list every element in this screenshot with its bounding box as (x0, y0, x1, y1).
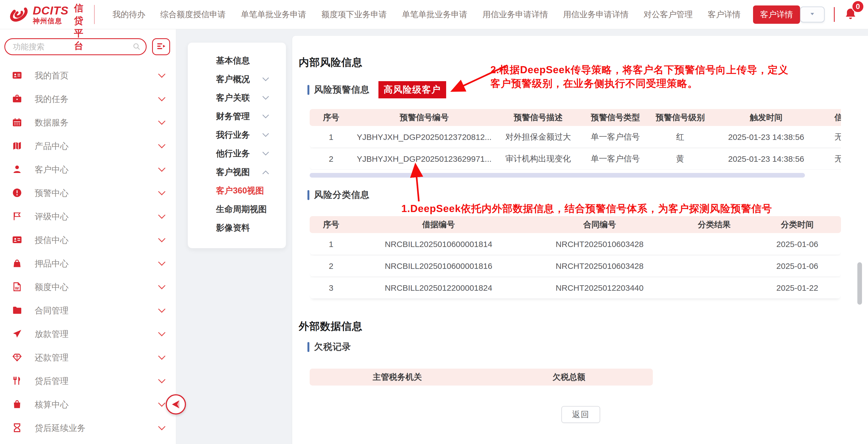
sidebar-item-my-home[interactable]: 我的首页 (0, 64, 176, 87)
sidebar-item-credit-center[interactable]: 授信中心 (0, 229, 176, 252)
horizontal-scrollbar[interactable] (310, 173, 805, 178)
chevron-down-icon (158, 332, 165, 336)
submenu-item-customer-360-view[interactable]: 客户360视图 (188, 181, 286, 200)
back-button[interactable]: 返回 (561, 406, 600, 423)
chevron-down-icon (158, 168, 165, 172)
flag-icon (12, 211, 22, 223)
product-title: 综合信贷平台 (74, 0, 84, 52)
submenu-item-lifecycle-view[interactable]: 生命周期视图 (188, 200, 286, 218)
briefcase-icon (12, 94, 22, 105)
sidebar-item-accounting-center[interactable]: 核算中心 (0, 393, 176, 416)
bag-icon (12, 258, 22, 269)
svg-text:W: W (15, 286, 19, 290)
submenu-item-image-files[interactable]: 影像资料 (188, 218, 286, 237)
chevron-down-icon (158, 144, 165, 149)
nav-tab-customer-detail[interactable]: 客户详情 (708, 9, 741, 20)
table-row[interactable]: 2 NRCBILL2025010600001816 NRCHT202501060… (310, 256, 841, 277)
nav-tab-single-batch-1[interactable]: 单笔单批业务申请 (241, 9, 306, 20)
idcard-icon (12, 235, 22, 246)
sidebar-item-loan-disbursement[interactable]: 放款管理 (0, 322, 176, 346)
internal-risk-title: 内部风险信息 (299, 56, 363, 69)
nav-tab-single-batch-2[interactable]: 单笔单批业务申请 (402, 9, 467, 20)
search-icon (132, 42, 141, 52)
user-icon[interactable] (866, 8, 868, 21)
sidebar-item-contract-mgmt[interactable]: 合同管理 (0, 299, 176, 322)
chevron-down-icon (158, 403, 165, 407)
sidebar-item-post-loan-mgmt[interactable]: 贷后管理 (0, 369, 176, 393)
chevron-down-icon (158, 238, 165, 243)
chevron-down-icon (158, 379, 165, 384)
top-navbar: DCITS 神州信息 综合信贷平台 我的待办 综合额度授信申请 单笔单批业务申请… (0, 0, 868, 29)
customer-360-risk-panel: 内部风险信息 风险预警信息 高风险级客户 2.根据DeepSeek传导策略，将客… (292, 35, 868, 444)
risk-class-section-label: 风险分类信息 (314, 189, 370, 201)
submenu-item-customer-relation[interactable]: 客户关联 (188, 89, 286, 107)
arrow-left-icon (170, 398, 182, 411)
chevron-up-icon (262, 170, 269, 174)
bell-icon (844, 17, 857, 21)
risk-class-table: 序号 借据编号 合同编号 分类结果 分类时间 1 NRCBILL20250106… (310, 216, 841, 299)
high-risk-customer-badge: 高风险级客户 (378, 81, 446, 98)
nav-tab-my-todo[interactable]: 我的待办 (113, 9, 145, 20)
diamond-icon (12, 352, 22, 363)
sidebar-item-product-center[interactable]: 产品中心 (0, 135, 176, 158)
table-row[interactable]: 1 YJBHYJXH_DGP20250123720812... 对外担保金额过大… (310, 126, 841, 148)
nav-tab-corp-customer-mgmt[interactable]: 对公客户管理 (644, 9, 693, 20)
submenu-item-basic-info[interactable]: 基本信息 (188, 51, 286, 70)
folder-icon (12, 305, 22, 317)
chevron-down-icon (262, 96, 269, 100)
submenu-item-customer-view[interactable]: 客户视图 (188, 163, 286, 181)
table-header-row: 序号 借据编号 合同编号 分类结果 分类时间 (310, 216, 841, 233)
sidebar-item-limit-center[interactable]: W 额度中心 (0, 275, 176, 299)
nav-dropdown-button[interactable] (800, 6, 825, 22)
annotation-note-2: 2.根据DeepSeek传导策略，将客户名下预警信号向上传导，定义 客户预警级别… (490, 63, 788, 90)
chevron-down-icon (262, 115, 269, 119)
notifications-button[interactable]: 0 (844, 7, 857, 22)
submenu-item-other-bank-biz[interactable]: 他行业务 (188, 144, 286, 163)
nav-tab-credit-apply[interactable]: 综合额度授信申请 (160, 9, 226, 20)
section-bar (307, 85, 309, 95)
plane-icon (12, 329, 22, 340)
menu-collapse-toggle-button[interactable] (152, 38, 170, 55)
brand-logo: DCITS 神州信息 综合信贷平台 (7, 0, 94, 52)
risk-warning-table: 序号 预警信号编号 预警信号描述 预警信号类型 预警信号级别 触发时间 信 1 … (310, 109, 841, 170)
nav-red-divider (834, 7, 835, 22)
chevron-down-icon (158, 97, 165, 101)
sidebar-item-post-loan-continuation[interactable]: 贷后延续业务 (0, 416, 176, 440)
hourglass-icon (12, 423, 22, 434)
sidebar-item-warning-center[interactable]: 预警中心 (0, 181, 176, 205)
nav-tab-credit-use-detail-1[interactable]: 用信业务申请详情 (483, 9, 548, 20)
sidebar-item-rating-center[interactable]: 评级中心 (0, 205, 176, 229)
table-row[interactable]: 2 YJBHYJXH_DGP20250123629971... 审计机构出现变化… (310, 148, 841, 170)
sidebar-item-collateral-center[interactable]: 押品中心 (0, 252, 176, 275)
sidebar-collapse-button[interactable] (166, 394, 186, 414)
utensils-icon (12, 376, 22, 387)
table-row[interactable]: 1 NRCBILL2025010600001814 NRCHT202501060… (310, 234, 841, 255)
section-bar (307, 342, 309, 352)
tax-arrears-table: 主管税务机关 欠税总额 (310, 368, 653, 386)
chevron-down-icon (262, 133, 269, 137)
customer-detail-submenu: 基本信息 客户概况 客户关联 财务管理 我行业务 他行业务 (188, 42, 286, 248)
shopbag-icon (12, 399, 22, 410)
sidebar-item-repayment-mgmt[interactable]: 还款管理 (0, 346, 176, 369)
nav-tab-limit-biz[interactable]: 额度项下业务申请 (321, 9, 387, 20)
chevron-down-icon (158, 262, 165, 266)
sidebar-item-my-tasks[interactable]: 我的任务 (0, 87, 176, 111)
submenu-item-finance-mgmt[interactable]: 财务管理 (188, 107, 286, 126)
chevron-down-icon (262, 77, 269, 82)
content-area: 基本信息 客户概况 客户关联 财务管理 我行业务 他行业务 (176, 29, 868, 444)
sidebar-item-data-services[interactable]: 数据服务 (0, 111, 176, 135)
top-nav-tabs: 我的待办 综合额度授信申请 单笔单批业务申请 额度项下业务申请 单笔单批业务申请… (113, 9, 741, 20)
table-header-row: 主管税务机关 欠税总额 (310, 368, 653, 386)
table-row[interactable]: 3 NRCBILL2025012200001824 NRCHT202501220… (310, 277, 841, 299)
section-bar (307, 190, 309, 200)
vertical-scrollbar[interactable] (857, 262, 862, 305)
user-icon (12, 164, 22, 175)
chevron-down-icon (809, 11, 816, 18)
submenu-item-customer-overview[interactable]: 客户概况 (188, 70, 286, 89)
sidebar-item-customer-center[interactable]: 客户中心 (0, 158, 176, 181)
submenu-item-our-bank-biz[interactable]: 我行业务 (188, 126, 286, 144)
chevron-down-icon (158, 355, 165, 360)
hamburger-arrow-icon (156, 41, 166, 52)
nav-tab-customer-detail-active[interactable]: 客户详情 (753, 5, 800, 24)
nav-tab-credit-use-detail-2[interactable]: 用信业务申请详情 (563, 9, 628, 20)
